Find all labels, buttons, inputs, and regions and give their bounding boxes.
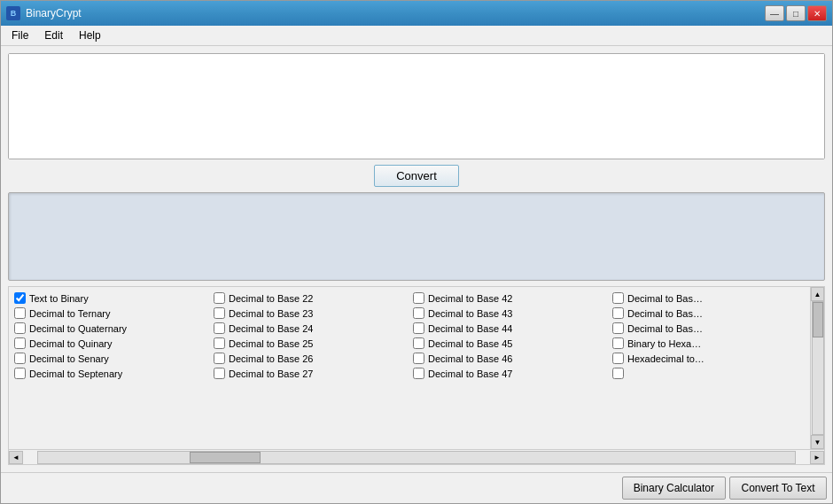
checkbox-label: Decimal to Base 47 — [428, 368, 512, 379]
list-item: Decimal to Base 45 — [409, 336, 609, 351]
right-scrollbar: ▲ ▼ — [810, 287, 824, 449]
checkbox-input[interactable] — [14, 292, 26, 304]
list-item: Binary to Hexa… — [609, 336, 808, 351]
list-item: Decimal to Base 23 — [210, 306, 409, 321]
main-content: Convert Text to BinaryDecimal to Base 22… — [1, 46, 832, 472]
main-window: B BinaryCrypt — □ ✕ File Edit Help Conve… — [0, 0, 833, 504]
checkbox-panel: Text to BinaryDecimal to Base 22Decimal … — [8, 286, 825, 465]
checkbox-label: Decimal to Base 26 — [229, 353, 313, 364]
window-title: BinaryCrypt — [26, 7, 82, 19]
input-textarea[interactable] — [9, 54, 824, 159]
menu-bar: File Edit Help — [1, 26, 832, 46]
checkbox-label: Decimal to Base 23 — [229, 308, 313, 319]
checkbox-label: Hexadecimal to… — [627, 353, 705, 364]
convert-button[interactable]: Convert — [374, 165, 459, 187]
checkbox-label: Decimal to Base 42 — [428, 293, 512, 304]
checkbox-panel-inner: Text to BinaryDecimal to Base 22Decimal … — [9, 287, 824, 449]
convert-row: Convert — [8, 165, 825, 187]
list-item: Decimal to Ternary — [11, 306, 210, 321]
checkbox-input[interactable] — [214, 292, 225, 304]
checkbox-input[interactable] — [612, 292, 624, 304]
list-item: Decimal to Base 22 — [210, 291, 409, 306]
checkbox-label: Decimal to Base 45 — [428, 338, 512, 349]
checkbox-label: Decimal to Base 46 — [428, 353, 512, 364]
scroll-down-button[interactable]: ▼ — [811, 435, 824, 449]
checkbox-input[interactable] — [214, 368, 225, 379]
checkbox-input[interactable] — [214, 322, 225, 334]
list-item — [609, 366, 808, 381]
checkbox-input[interactable] — [612, 307, 624, 319]
checkbox-label: Decimal to Base 44 — [428, 323, 512, 334]
scroll-right-button[interactable]: ► — [810, 451, 824, 464]
checkbox-input[interactable] — [14, 307, 26, 319]
checkbox-label: Decimal to Base 22 — [229, 293, 313, 304]
convert-to-text-button[interactable]: Convert To Text — [729, 477, 827, 500]
checkbox-input[interactable] — [413, 337, 424, 349]
checkbox-input[interactable] — [413, 292, 424, 304]
title-bar-left: B BinaryCrypt — [6, 6, 82, 20]
checkbox-label: Decimal to Quaternary — [29, 323, 127, 334]
checkbox-label: Decimal to Bas… — [627, 323, 703, 334]
checkbox-input[interactable] — [612, 353, 624, 364]
list-item: Decimal to Base 25 — [210, 336, 409, 351]
h-scrollbar-thumb[interactable] — [190, 452, 261, 463]
window-controls: — □ ✕ — [765, 5, 827, 21]
output-area — [8, 192, 825, 281]
list-item: Hexadecimal to… — [609, 351, 808, 366]
menu-file[interactable]: File — [4, 27, 35, 43]
list-item: Decimal to Base 42 — [409, 291, 609, 306]
checkbox-label: Decimal to Bas… — [627, 308, 703, 319]
list-item: Decimal to Base 47 — [409, 366, 609, 381]
checkbox-label: Decimal to Bas… — [627, 293, 703, 304]
checkbox-input[interactable] — [413, 368, 424, 379]
checkbox-input[interactable] — [612, 322, 624, 334]
checkbox-label: Decimal to Base 27 — [229, 368, 313, 379]
binary-calculator-button[interactable]: Binary Calculator — [622, 477, 726, 500]
checkbox-input[interactable] — [14, 368, 26, 379]
checkbox-label: Decimal to Quinary — [29, 338, 113, 349]
checkbox-input[interactable] — [214, 353, 225, 364]
checkbox-input[interactable] — [413, 353, 424, 364]
app-icon: B — [6, 6, 20, 20]
scroll-up-button[interactable]: ▲ — [811, 287, 824, 301]
checkbox-label: Text to Binary — [29, 293, 89, 304]
v-scrollbar-track — [812, 301, 824, 435]
checkbox-label: Decimal to Ternary — [29, 308, 111, 319]
list-item: Decimal to Senary — [11, 351, 210, 366]
checkbox-input[interactable] — [14, 322, 26, 334]
checkbox-label: Decimal to Base 25 — [229, 338, 313, 349]
checkbox-input[interactable] — [413, 307, 424, 319]
input-text-area[interactable] — [8, 53, 825, 159]
scroll-left-button[interactable]: ◄ — [9, 451, 23, 464]
v-scrollbar-thumb[interactable] — [813, 302, 823, 337]
checkbox-label: Decimal to Base 43 — [428, 308, 512, 319]
checkbox-input[interactable] — [214, 307, 225, 319]
checkbox-input[interactable] — [14, 353, 26, 364]
h-scrollbar-row: ◄ ► — [9, 449, 824, 464]
checkbox-scroll-area: Text to BinaryDecimal to Base 22Decimal … — [9, 287, 810, 449]
close-button[interactable]: ✕ — [807, 5, 827, 21]
list-item: Decimal to Base 27 — [210, 366, 409, 381]
checkbox-input[interactable] — [413, 322, 424, 334]
list-item: Decimal to Bas… — [609, 306, 808, 321]
maximize-button[interactable]: □ — [786, 5, 806, 21]
menu-help[interactable]: Help — [72, 27, 108, 43]
list-item: Decimal to Quaternary — [11, 321, 210, 336]
checkbox-grid: Text to BinaryDecimal to Base 22Decimal … — [9, 287, 810, 384]
list-item: Decimal to Bas… — [609, 321, 808, 336]
minimize-button[interactable]: — — [765, 5, 784, 21]
checkbox-label: Decimal to Senary — [29, 353, 109, 364]
title-bar: B BinaryCrypt — □ ✕ — [1, 1, 832, 26]
checkbox-label: Decimal to Septenary — [29, 368, 122, 379]
checkbox-input[interactable] — [214, 337, 225, 349]
list-item: Decimal to Quinary — [11, 336, 210, 351]
menu-edit[interactable]: Edit — [37, 27, 70, 43]
list-item: Decimal to Bas… — [609, 291, 808, 306]
checkbox-input[interactable] — [612, 337, 624, 349]
list-item: Decimal to Base 44 — [409, 321, 609, 336]
checkbox-input[interactable] — [14, 337, 26, 349]
checkbox-label: Decimal to Base 24 — [229, 323, 313, 334]
list-item: Decimal to Base 43 — [409, 306, 609, 321]
list-item: Decimal to Base 24 — [210, 321, 409, 336]
checkbox-input[interactable] — [612, 368, 624, 379]
